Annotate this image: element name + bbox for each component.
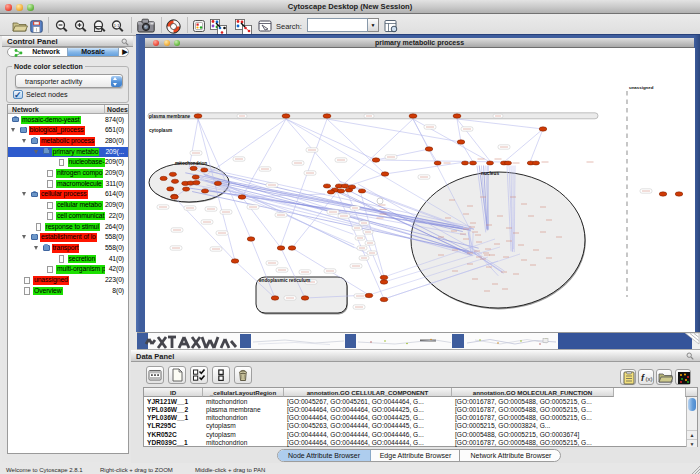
svg-text:nucleus: nucleus <box>481 171 499 176</box>
svg-text:mitochondrion: mitochondrion <box>175 161 207 166</box>
svg-text:(x): (x) <box>646 376 653 382</box>
svg-text:plasma membrane: plasma membrane <box>149 114 191 119</box>
svg-text:endoplasmic reticulum: endoplasmic reticulum <box>259 278 310 283</box>
svg-text:cytoplasm: cytoplasm <box>149 128 172 133</box>
svg-text:unassigned: unassigned <box>629 85 654 90</box>
svg-text:1:1: 1:1 <box>114 23 120 28</box>
svg-text:f: f <box>641 373 645 383</box>
